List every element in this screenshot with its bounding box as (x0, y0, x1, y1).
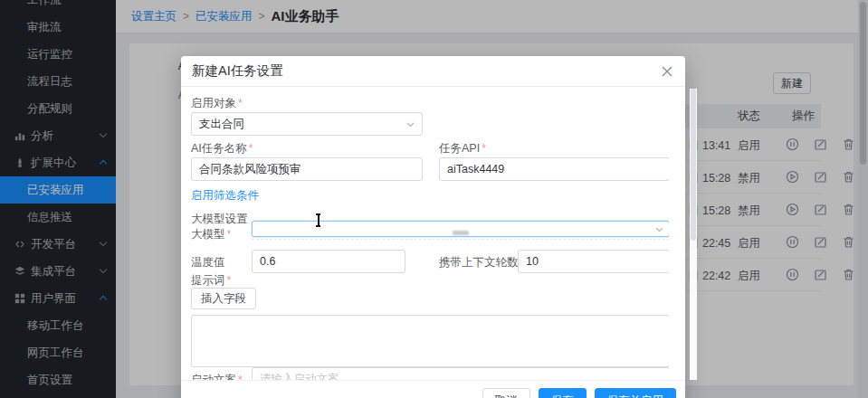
task-api-label: 任务API* (439, 141, 486, 156)
dialog-body: 启用对象* 支出合同 AI任务名称* 任务API* 启用筛选条件 大模型设置 大… (191, 87, 669, 380)
dialog-header: 新建AI任务设置 (181, 56, 685, 87)
insert-field-button[interactable]: 插入字段 (191, 288, 256, 309)
new-ai-task-dialog: 新建AI任务设置 启用对象* 支出合同 AI任务名称* 任务API* 启用筛选条… (181, 56, 685, 398)
close-icon[interactable] (660, 64, 674, 79)
required-mark: * (482, 142, 486, 155)
context-rounds-input[interactable] (518, 250, 669, 273)
dialog-scrollbar-thumb[interactable] (691, 89, 696, 241)
required-mark: * (227, 228, 232, 241)
required-mark: * (238, 374, 243, 380)
enable-target-select[interactable]: 支出合同 (191, 112, 423, 136)
task-name-input[interactable] (191, 157, 423, 181)
save-button[interactable]: 保存 (539, 388, 587, 398)
task-api-input[interactable] (439, 157, 669, 181)
model-label: 大模型* (191, 227, 231, 242)
required-mark: * (249, 142, 253, 155)
dialog-title: 新建AI任务设置 (192, 62, 283, 80)
context-rounds-label: 携带上下文轮数* (439, 255, 524, 270)
text-cursor-icon (314, 213, 322, 227)
enable-target-label: 启用对象* (191, 96, 243, 111)
model-section-label: 大模型设置 (191, 212, 248, 227)
prompt-label: 提示词* (191, 273, 231, 289)
startup-text-label: 启动文案* (191, 373, 243, 380)
task-name-label: AI任务名称* (191, 141, 253, 156)
dialog-scrollbar[interactable] (690, 89, 697, 380)
chevron-down-icon (655, 225, 663, 233)
chevron-down-icon (406, 120, 415, 128)
cancel-button[interactable]: 取消 (482, 388, 530, 398)
model-dropdown-edge (252, 239, 669, 240)
temperature-input[interactable] (252, 250, 405, 273)
prompt-textarea[interactable] (191, 315, 669, 367)
required-mark: * (227, 274, 232, 287)
app-window: 工作流 审批流 运行监控 流程日志 分配规则 分析 扩展中心 已安装应用 信息推… (0, 0, 868, 398)
enable-filter-link[interactable]: 启用筛选条件 (191, 188, 259, 204)
temperature-label: 温度值 (191, 255, 225, 270)
model-select-clipped-text (453, 231, 469, 235)
required-mark: * (238, 97, 243, 109)
save-and-enable-button[interactable]: 保存并启用 (595, 388, 677, 398)
startup-text-input[interactable] (252, 367, 669, 380)
dialog-footer: 取消 保存 保存并启用 (181, 380, 685, 398)
